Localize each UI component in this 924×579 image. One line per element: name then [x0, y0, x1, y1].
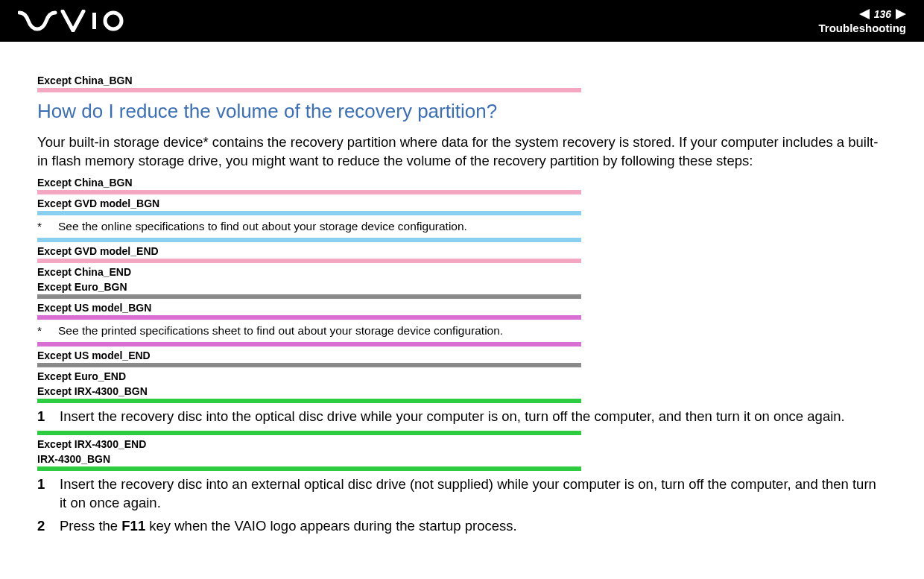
tag-except-china-bgn-2: Except China_BGN — [37, 177, 887, 189]
tag-except-china-bgn: Except China_BGN — [37, 75, 887, 86]
nav-arrows: 136 — [819, 8, 907, 20]
bar-green — [37, 431, 581, 435]
vaio-logo — [18, 10, 130, 32]
step-text: Insert the recovery disc into the optica… — [60, 408, 887, 426]
bar-skyblue — [37, 211, 581, 215]
tag-except-irx4300-end: Except IRX-4300_END — [37, 438, 887, 450]
footnote-online: *See the online specifications to find o… — [37, 220, 887, 233]
tag-except-gvd-end: Except GVD model_END — [37, 245, 887, 257]
bar-pink — [37, 259, 581, 263]
bar-magenta — [37, 315, 581, 320]
bar-magenta — [37, 342, 581, 347]
tag-except-euro-end: Except Euro_END — [37, 370, 887, 382]
tag-irx4300-bgn: IRX-4300_BGN — [37, 453, 887, 465]
step-num: 1 — [37, 475, 60, 513]
step2-post: key when the VAIO logo appears during th… — [145, 518, 516, 534]
bar-skyblue — [37, 238, 581, 242]
header-bar: 136 Troubleshooting — [0, 0, 924, 42]
bar-pink — [37, 88, 581, 92]
section-name: Troubleshooting — [819, 22, 907, 34]
tag-except-us-end: Except US model_END — [37, 349, 887, 361]
bar-green — [37, 466, 581, 471]
page-content: Except China_BGN How do I reduce the vol… — [0, 42, 924, 555]
header-right: 136 Troubleshooting — [819, 8, 907, 34]
tag-except-euro-bgn: Except Euro_BGN — [37, 281, 887, 293]
tag-except-us-bgn: Except US model_BGN — [37, 302, 887, 314]
step2-key: F11 — [121, 518, 145, 534]
tag-except-china-end: Except China_END — [37, 266, 887, 278]
footnote-printed: *See the printed specifications sheet to… — [37, 324, 887, 338]
svg-rect-0 — [92, 13, 96, 29]
svg-point-1 — [105, 13, 121, 29]
step-1b: 1 Insert the recovery disc into an exter… — [37, 475, 887, 513]
footnote-online-text: See the online specifications to find ou… — [58, 220, 467, 232]
step-text: Insert the recovery disc into an externa… — [60, 475, 887, 513]
bar-green — [37, 399, 581, 403]
step-1a: 1 Insert the recovery disc into the opti… — [37, 408, 887, 426]
footnote-printed-text: See the printed specifications sheet to … — [58, 324, 503, 337]
bar-gray — [37, 363, 581, 367]
intro-text: Your built-in storage device* contains t… — [37, 133, 887, 171]
step-num: 2 — [37, 517, 60, 536]
next-page-icon[interactable] — [896, 9, 906, 19]
bar-gray — [37, 294, 581, 299]
step-2: 2 Press the F11 key when the VAIO logo a… — [37, 517, 887, 536]
tag-except-irx4300-bgn: Except IRX-4300_BGN — [37, 385, 887, 397]
page-heading: How do I reduce the volume of the recove… — [37, 100, 887, 123]
page-number: 136 — [874, 8, 891, 20]
tag-except-gvd-bgn: Except GVD model_BGN — [37, 197, 887, 209]
step2-pre: Press the — [60, 518, 121, 534]
bar-pink — [37, 190, 581, 194]
prev-page-icon[interactable] — [859, 9, 870, 19]
step-text: Press the F11 key when the VAIO logo app… — [60, 517, 887, 536]
step-num: 1 — [37, 408, 60, 426]
